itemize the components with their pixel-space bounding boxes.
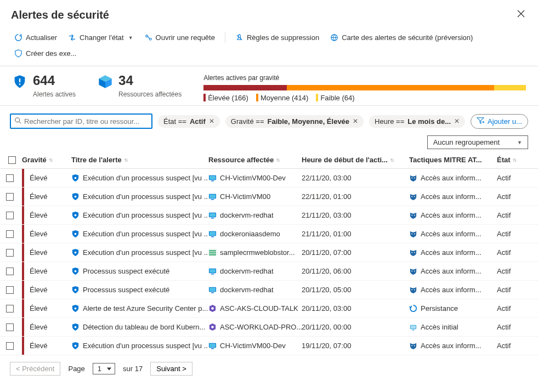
tactic-icon [409,267,417,275]
row-checkbox[interactable] [2,174,22,182]
column-time[interactable]: Heure de début de l'acti...↑↓ [302,156,409,164]
column-severity[interactable]: Gravité↑↓ [22,156,71,164]
table-row[interactable]: Élevé Exécution d'un processus suspect [… [0,337,538,355]
cell-tactic: Accès aux inform... [409,267,497,275]
page-total: sur 17 [123,365,143,373]
cell-tactic: Accès aux inform... [409,248,497,257]
suppression-label: Règles de suppression [247,33,319,42]
open-query-button[interactable]: Ouvrir une requête [140,31,219,44]
row-checkbox[interactable] [2,342,22,350]
pager: < Précédent Page 1 sur 17 Suivant > [0,355,538,382]
tactic-icon [409,286,417,294]
shield-icon [71,304,80,313]
shield-icon [71,267,80,275]
security-map-label: Carte des alertes de sécurité (préversio… [342,33,473,42]
security-map-button[interactable]: Carte des alertes de sécurité (préversio… [326,31,477,44]
filter-chip-state-remove[interactable]: ✕ [209,117,214,125]
cell-resource: CH-VictimVM00-Dev [208,342,302,350]
severity-bar-low [494,85,526,90]
cell-time: 22/11/20, 03:00 [302,174,409,182]
cell-resource: dockervm-redhat [208,211,302,219]
cell-title: Exécution d'un processus suspect [vu ... [71,230,208,238]
resource-icon [208,267,217,275]
column-resource[interactable]: Ressource affectée↑↓ [208,156,302,164]
cell-state: Actif [497,267,530,275]
cell-severity: Élevé [22,281,71,299]
resource-icon [208,342,217,350]
create-sample-button[interactable]: Créer des exe... [10,47,81,60]
cell-tactic: Accès aux inform... [409,342,497,350]
row-checkbox[interactable] [2,212,22,219]
filter-chip-state[interactable]: État == Actif ✕ [158,115,220,128]
close-button[interactable] [515,8,527,22]
resource-icon [208,323,217,331]
cell-time: 22/11/20, 01:00 [302,192,409,201]
svg-rect-4 [19,84,20,85]
filter-chip-severity[interactable]: Gravité == Faible, Moyenne, Élevée ✕ [225,115,364,128]
select-all-checkbox[interactable] [2,156,22,164]
row-checkbox[interactable] [2,286,22,294]
table-row[interactable]: Élevé Processus suspect exécuté dockervm… [0,281,538,299]
prev-page-button[interactable]: < Précédent [10,362,60,376]
filter-chip-time[interactable]: Heure == Le mois de... ✕ [369,115,465,128]
query-icon [144,33,152,42]
row-checkbox[interactable] [2,193,22,201]
suppression-rules-button[interactable]: Règles de suppression [231,31,324,44]
refresh-button[interactable]: Actualiser [10,31,61,44]
cell-time: 20/11/20, 05:00 [302,286,409,294]
resource-icon [208,286,217,294]
cell-title: Exécution d'un processus suspect [vu ... [71,211,208,219]
svg-point-0 [145,35,148,37]
next-page-button[interactable]: Suivant > [150,362,192,376]
filter-chip-severity-remove[interactable]: ✕ [353,117,358,125]
shield-icon [71,248,80,257]
severity-bar [203,85,526,90]
table-row[interactable]: Élevé Exécution d'un processus suspect [… [0,243,538,262]
severity-stripe [22,337,24,355]
cell-title: Processus suspect exécuté [71,286,208,294]
tactic-icon [409,304,417,313]
tactic-icon [409,211,417,219]
cell-resource: ASC-WORKLOAD-PRO... [208,323,302,331]
search-input[interactable] [24,117,148,126]
column-tactics[interactable]: Tactiques MITRE AT... [409,156,497,164]
row-checkbox[interactable] [2,268,22,275]
column-alert-title[interactable]: Titre de l'alerte↑↓ [71,156,208,164]
grouping-select[interactable]: Aucun regroupement ▼ [427,135,528,149]
severity-stripe [22,169,24,187]
change-state-button[interactable]: Changer l'état ▼ [64,31,137,44]
row-checkbox[interactable] [2,305,22,313]
shield-icon [71,286,80,294]
table-row[interactable]: Élevé Exécution d'un processus suspect [… [0,206,538,225]
page-label: Page [68,365,84,373]
row-checkbox[interactable] [2,249,22,257]
globe-icon [330,33,338,42]
add-filter-button[interactable]: Ajouter u... [471,114,528,129]
shield-icon [71,342,80,350]
column-state[interactable]: État↑↓ [497,156,530,164]
resource-icon [208,304,217,313]
table-row[interactable]: Élevé Processus suspect exécuté dockervm… [0,262,538,281]
chevron-down-icon: ▼ [128,35,133,41]
table-row[interactable]: Élevé Détection du tableau de bord Kuber… [0,318,538,337]
filter-chip-time-remove[interactable]: ✕ [454,117,460,125]
table-row[interactable]: Élevé Exécution d'un processus suspect [… [0,225,538,243]
table-row[interactable]: Élevé Alerte de test Azure Security Cent… [0,299,538,318]
severity-stripe [22,206,24,224]
search-box[interactable] [10,113,152,129]
severity-stripe [22,262,24,280]
table-row[interactable]: Élevé Exécution d'un processus suspect [… [0,169,538,188]
cell-tactic: Accès initial [409,323,497,331]
cell-time: 19/11/20, 07:00 [302,342,409,350]
shield-icon [71,192,80,201]
resource-icon [208,211,217,219]
page-select[interactable]: 1 [93,363,115,374]
cell-severity: Élevé [22,206,71,224]
tactic-icon [409,342,417,350]
table-row[interactable]: Élevé Exécution d'un processus suspect [… [0,188,538,206]
cell-state: Actif [497,304,530,313]
row-checkbox[interactable] [2,323,22,331]
row-checkbox[interactable] [2,230,22,238]
alert-shield-icon [12,74,27,91]
severity-legend-medium: Moyenne (414) [256,94,308,102]
